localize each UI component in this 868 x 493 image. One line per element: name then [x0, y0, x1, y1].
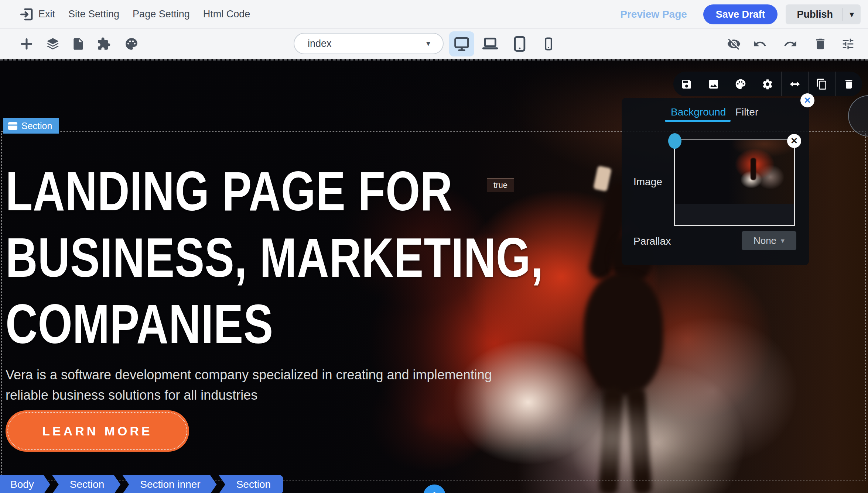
background-image-button[interactable]	[700, 72, 727, 96]
exit-icon[interactable]	[19, 7, 35, 22]
palette-icon	[735, 78, 746, 90]
site-setting-button[interactable]: Site Setting	[68, 8, 119, 20]
breadcrumb: Body Section Section inner Section	[0, 475, 283, 493]
gear-icon	[762, 78, 773, 90]
panel-close-button[interactable]: ✕	[800, 93, 814, 107]
caret-down-icon: ▾	[781, 236, 785, 245]
thumbnail-drag-handle[interactable]	[668, 133, 681, 149]
device-laptop-button[interactable]	[478, 31, 503, 56]
save-icon	[681, 78, 693, 90]
caret-down-icon: ▾	[426, 39, 430, 48]
breadcrumb-item-section-2[interactable]: Section	[219, 475, 283, 493]
page-setting-button[interactable]: Page Setting	[133, 8, 190, 20]
add-element-icon[interactable]	[20, 37, 34, 51]
delete-icon[interactable]	[813, 37, 827, 51]
redo-icon[interactable]	[783, 37, 797, 51]
theme-palette-icon[interactable]	[124, 37, 139, 51]
tab-background[interactable]: Background	[671, 106, 726, 118]
thumbnail-remove-button[interactable]: ✕	[787, 134, 801, 148]
parallax-label: Parallax	[633, 235, 671, 247]
learn-more-button[interactable]: LEARN MORE	[6, 410, 189, 452]
device-desktop-button[interactable]	[449, 31, 474, 56]
hero-description[interactable]: Vera is a software development company s…	[6, 365, 549, 405]
close-x-icon: ✕	[804, 96, 811, 106]
settings-sliders-icon[interactable]	[841, 37, 855, 51]
editor-toolbar: index ▾	[0, 29, 868, 59]
plus-icon: +	[430, 487, 438, 493]
active-tab-underline	[665, 120, 731, 122]
image-label: Image	[633, 176, 662, 188]
editor-canvas: Section LANDING PAGE FOR BUSINESS, MARKE…	[0, 59, 868, 493]
copy-icon	[816, 78, 828, 90]
image-icon	[708, 78, 720, 90]
duplicate-button[interactable]	[808, 72, 835, 96]
arrows-horizontal-icon	[789, 78, 801, 90]
background-image-thumbnail[interactable]: ✕	[674, 139, 795, 226]
page-select-value: index	[308, 38, 332, 49]
parallax-select[interactable]: None ▾	[742, 231, 796, 250]
publish-button-group: Publish ▾	[786, 4, 861, 24]
page-select[interactable]: index ▾	[294, 33, 444, 54]
save-draft-button[interactable]: Save Draft	[703, 4, 778, 24]
exit-button[interactable]: Exit	[38, 8, 55, 20]
tab-filter[interactable]: Filter	[735, 106, 758, 118]
section-settings-button[interactable]	[754, 72, 781, 96]
layers-icon[interactable]	[46, 37, 60, 51]
section-badge[interactable]: Section	[3, 118, 59, 134]
remove-x-icon: ✕	[790, 136, 798, 146]
top-toolbar: Exit Site Setting Page Setting Html Code…	[0, 0, 868, 29]
delete-section-button[interactable]	[835, 72, 862, 96]
hero-heading[interactable]: LANDING PAGE FOR BUSINESS, MARKETING, CO…	[6, 158, 543, 357]
hidden-elements-eye-off-icon[interactable]	[727, 37, 741, 51]
section-toolbar	[673, 72, 862, 96]
blocks-puzzle-icon[interactable]	[97, 37, 111, 51]
body-outline-dash	[0, 59, 868, 61]
publish-caret-icon[interactable]: ▾	[843, 9, 861, 20]
tooltip: true	[487, 178, 514, 192]
breadcrumb-item-section[interactable]: Section	[52, 475, 120, 493]
preview-page-link[interactable]: Preview Page	[620, 8, 687, 20]
trash-icon	[843, 78, 855, 90]
device-mobile-button[interactable]	[536, 31, 561, 56]
top-toolbar-right: Preview Page Save Draft Publish ▾	[620, 0, 861, 29]
page-icon[interactable]	[71, 37, 85, 51]
html-code-button[interactable]: Html Code	[203, 8, 250, 20]
parallax-value: None	[753, 235, 776, 246]
background-panel: Background Filter Image ✕ Parallax None …	[622, 98, 809, 265]
thumbnail-figure	[751, 158, 756, 180]
top-toolbar-left: Exit Site Setting Page Setting Html Code	[19, 7, 263, 22]
figure-torso	[584, 273, 663, 395]
undo-icon[interactable]	[753, 37, 767, 51]
save-block-button[interactable]	[673, 72, 700, 96]
breadcrumb-item-body[interactable]: Body	[0, 475, 50, 493]
section-icon	[8, 122, 18, 130]
breadcrumb-item-section-inner[interactable]: Section inner	[122, 475, 216, 493]
resize-width-button[interactable]	[781, 72, 808, 96]
learn-more-label: LEARN MORE	[42, 424, 153, 438]
publish-button[interactable]: Publish	[786, 9, 843, 20]
style-palette-button[interactable]	[727, 72, 754, 96]
thumbnail-preview	[675, 140, 794, 204]
device-tablet-button[interactable]	[507, 31, 532, 56]
section-badge-label: Section	[21, 121, 52, 131]
